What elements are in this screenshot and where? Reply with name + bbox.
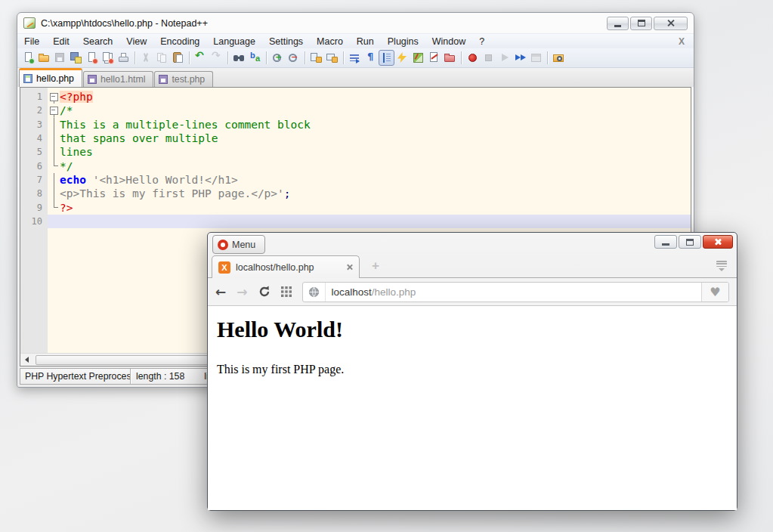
notepadpp-close-button[interactable] xyxy=(654,17,688,30)
show-indent-guide-icon xyxy=(380,51,393,64)
document-map-button[interactable] xyxy=(410,50,426,66)
browser-tab-localhost[interactable]: X localhost/hello.php xyxy=(212,255,360,278)
macro-record-button[interactable] xyxy=(465,50,481,66)
scroll-left-button[interactable] xyxy=(20,354,33,366)
opera-menu-button[interactable]: Menu xyxy=(212,235,265,254)
user-defined-dialog-button[interactable] xyxy=(394,50,410,66)
save-button[interactable] xyxy=(52,50,68,66)
menu-item-settings[interactable]: Settings xyxy=(262,35,310,48)
fold-marker[interactable] xyxy=(48,104,60,117)
close-file-button[interactable] xyxy=(84,50,100,66)
notepadpp-titlebar[interactable]: C:\xampp\htdocs\hello.php - Notepad++ xyxy=(17,13,694,33)
opera-maximize-button[interactable] xyxy=(679,235,701,249)
zoom-out-button[interactable] xyxy=(286,50,301,66)
zoom-in-button[interactable] xyxy=(270,50,286,66)
undo-button[interactable] xyxy=(193,50,209,66)
tab-close-icon[interactable] xyxy=(346,264,353,271)
opera-close-button[interactable] xyxy=(703,235,733,249)
address-bar[interactable]: localhost/hello.php ♥ xyxy=(302,282,730,302)
code-line-4[interactable]: 4that spans over multiple xyxy=(20,131,691,145)
folder-as-workspace-button[interactable] xyxy=(442,50,458,66)
code-line-7[interactable]: 7echo '<h1>Hello World!</h1> xyxy=(20,173,691,187)
back-button[interactable]: ← xyxy=(215,286,226,298)
fold-marker[interactable] xyxy=(48,173,60,187)
print-button[interactable] xyxy=(116,50,131,66)
macro-stop-button[interactable] xyxy=(481,50,496,66)
show-all-characters-button[interactable] xyxy=(363,50,379,66)
notepadpp-minimize-button[interactable] xyxy=(607,17,629,30)
save-all-icon xyxy=(70,51,82,64)
fold-marker[interactable] xyxy=(48,118,60,131)
sync-horizontal-scroll-button[interactable] xyxy=(324,50,340,66)
editor-tab-hello1.html[interactable]: hello1.html xyxy=(83,71,153,87)
sync-vertical-scroll-button[interactable] xyxy=(308,50,324,66)
menu-item-help[interactable]: ? xyxy=(472,35,491,48)
code-line-1[interactable]: 1<?php xyxy=(20,90,691,104)
fold-marker[interactable] xyxy=(48,131,60,145)
menu-item-edit[interactable]: Edit xyxy=(46,35,76,48)
redo-button[interactable] xyxy=(209,50,224,66)
code-line-9[interactable]: 9?> xyxy=(20,200,691,214)
show-all-characters-icon xyxy=(364,51,377,64)
find-button[interactable] xyxy=(231,50,247,66)
code-line-6[interactable]: 6*/ xyxy=(20,159,691,172)
status-length: length : 158 xyxy=(136,371,184,382)
code-line-5[interactable]: 5lines xyxy=(20,145,691,159)
new-file-icon xyxy=(22,51,35,64)
menu-item-file[interactable]: File xyxy=(17,35,46,48)
forward-button[interactable]: → xyxy=(237,286,247,298)
macro-run-multiple-button[interactable] xyxy=(512,50,528,66)
notepadpp-maximize-button[interactable] xyxy=(630,17,652,30)
opera-titlebar[interactable]: Menu xyxy=(208,233,737,255)
opera-minimize-button[interactable] xyxy=(654,235,677,249)
editor-tab-hello.php[interactable]: hello.php xyxy=(19,68,82,87)
closed-tabs-icon[interactable] xyxy=(716,261,728,272)
url-text[interactable]: localhost/hello.php xyxy=(326,286,702,298)
cut-icon xyxy=(140,51,153,64)
paste-button[interactable] xyxy=(170,50,186,66)
function-list-button[interactable] xyxy=(426,50,442,66)
code-line-10[interactable]: 10 xyxy=(20,215,691,228)
menu-item-view[interactable]: View xyxy=(119,35,153,48)
menu-item-plugins[interactable]: Plugins xyxy=(381,35,425,48)
bookmark-heart-button[interactable]: ♥ xyxy=(701,283,728,302)
show-indent-guide-button[interactable] xyxy=(379,50,394,66)
toolbar-separator xyxy=(266,51,267,64)
close-all-button[interactable] xyxy=(100,50,116,66)
menu-item-window[interactable]: Window xyxy=(425,35,472,48)
tab-label: hello.php xyxy=(36,73,74,84)
fold-marker[interactable] xyxy=(48,215,60,228)
copy-button[interactable] xyxy=(154,50,170,66)
opera-logo-icon xyxy=(218,240,228,250)
fold-marker[interactable] xyxy=(48,159,60,172)
word-wrap-button[interactable] xyxy=(347,50,363,66)
code-line-3[interactable]: 3This is a multiple-lines comment block xyxy=(20,118,691,131)
code-line-2[interactable]: 2/* xyxy=(20,104,691,117)
editor-tab-test.php[interactable]: test.php xyxy=(154,71,213,87)
fold-marker[interactable] xyxy=(48,145,60,159)
menu-item-run[interactable]: Run xyxy=(350,35,381,48)
cut-button[interactable] xyxy=(138,50,154,66)
save-all-button[interactable] xyxy=(68,50,84,66)
macro-play-button[interactable] xyxy=(496,50,512,66)
menu-item-macro[interactable]: Macro xyxy=(310,35,350,48)
reload-button[interactable] xyxy=(258,286,271,298)
open-file-button[interactable] xyxy=(36,50,52,66)
fold-marker[interactable] xyxy=(48,187,60,200)
menubar-close-x[interactable]: X xyxy=(679,36,694,47)
new-tab-button[interactable]: + xyxy=(369,261,382,273)
menu-item-encoding[interactable]: Encoding xyxy=(153,35,206,48)
zoom-out-icon xyxy=(287,51,300,64)
speed-dial-button[interactable] xyxy=(281,286,292,297)
new-file-button[interactable] xyxy=(20,50,36,66)
replace-button[interactable] xyxy=(247,50,263,66)
code-line-8[interactable]: 8<p>This is my first PHP page.</p>'; xyxy=(20,187,691,200)
menu-item-language[interactable]: Language xyxy=(206,35,262,48)
fold-marker[interactable] xyxy=(48,90,60,104)
menu-item-search[interactable]: Search xyxy=(76,35,120,48)
fold-marker[interactable] xyxy=(48,200,60,214)
open-containing-folder-button[interactable] xyxy=(551,50,567,66)
macro-save-button[interactable] xyxy=(528,50,544,66)
site-badge[interactable] xyxy=(303,283,326,302)
copy-icon xyxy=(156,51,169,64)
